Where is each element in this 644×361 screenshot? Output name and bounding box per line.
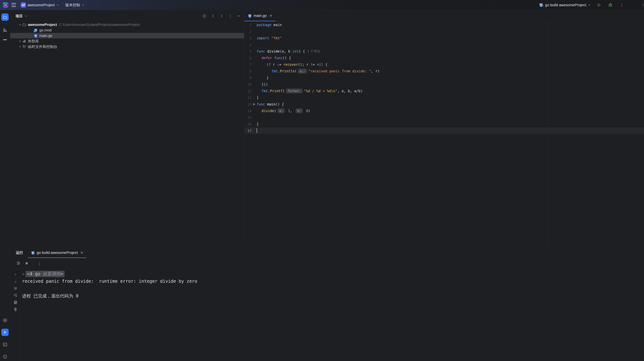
chevron-down-icon[interactable]	[18, 23, 22, 26]
line-number[interactable]: 14	[244, 109, 252, 113]
line-number[interactable]: 1	[244, 23, 252, 27]
project-panel-header: 项目 ⋮	[10, 10, 244, 22]
project-tool-button[interactable]	[1, 14, 9, 21]
line-number[interactable]: 16	[244, 122, 252, 126]
soft-wrap-icon[interactable]	[14, 286, 18, 290]
code-token: .	[268, 89, 270, 93]
code-line-15: 15	[244, 114, 644, 121]
code-token: () {	[282, 56, 291, 60]
code-token: 1	[286, 109, 290, 113]
code-line-14: 14divide(a: 1, b: 0)	[244, 108, 644, 114]
run-configuration-selector[interactable]: go build awesomeProject	[539, 3, 591, 7]
panel-options-icon[interactable]: ⋮	[228, 14, 232, 18]
rerun-icon[interactable]	[16, 261, 20, 266]
tool-window-stripe: •••	[0, 10, 10, 361]
fold-placeholder[interactable]: <4 go 设置调用>	[26, 271, 65, 277]
code-token: %d	[327, 89, 331, 93]
scroll-to-end-icon[interactable]	[14, 294, 18, 298]
line-number[interactable]: 4	[244, 43, 252, 47]
line-number[interactable]: 7	[244, 63, 252, 66]
prev-occurrence-icon[interactable]	[14, 273, 18, 277]
run-main-gutter-icon[interactable]	[252, 103, 256, 106]
line-number[interactable]: 17	[244, 129, 252, 133]
fold-expand-icon[interactable]: >	[22, 272, 24, 276]
code-token: , r)	[371, 69, 380, 73]
console-text: 进程 已完成，退出代码为 0	[22, 293, 78, 299]
code-text: package main	[256, 23, 282, 27]
code-token: import	[256, 36, 269, 40]
problems-tool-button[interactable]	[1, 353, 9, 360]
select-opened-file-icon[interactable]	[202, 14, 206, 18]
code-token: }()	[262, 82, 268, 86]
line-number[interactable]: 12	[244, 96, 252, 100]
commit-tool-button[interactable]	[1, 26, 9, 34]
project-tree-item-awesomeProject[interactable]: awesomeProjectC:\Users\meowr\GolandProje…	[10, 22, 244, 27]
debug-button[interactable]	[607, 2, 614, 8]
chevron-right-icon[interactable]	[18, 45, 22, 48]
more-actions-button[interactable]: ⋮	[619, 2, 625, 8]
console-text-line: received panic from divide: runtime erro…	[22, 278, 644, 285]
code-token: defer	[262, 56, 272, 60]
hide-panel-icon[interactable]	[237, 16, 240, 16]
stop-icon[interactable]	[25, 262, 28, 266]
editor-tab-bar: main.go ✕	[244, 10, 644, 22]
close-icon[interactable]: ✕	[269, 14, 272, 18]
run-tab-go-build[interactable]: go build awesomeProject ✕	[28, 248, 86, 258]
project-tree-item-main.go[interactable]: main.go	[10, 33, 244, 38]
go-file-icon	[248, 14, 252, 18]
project-panel: 项目 ⋮ awesomeProjectC:\Users\meowr\Goland…	[10, 10, 244, 247]
console-output[interactable]: ><4 go 设置调用>received panic from divide: …	[21, 269, 644, 361]
print-icon[interactable]	[14, 300, 18, 304]
more-tool-windows-button[interactable]: •••	[1, 36, 9, 43]
project-tree-item-[interactable]: 外部库	[10, 38, 244, 44]
project-tree-item-go.mod[interactable]: go.mod	[10, 27, 244, 33]
project-tree-item-[interactable]: 临时文件和控制台	[10, 44, 244, 50]
tree-item-path: C:\Users\meowr\GolandProjects\awesomePro…	[59, 22, 140, 27]
run-panel: 运行 go build awesomeProject ✕ ⋮	[10, 247, 644, 361]
code-token: recover	[284, 62, 298, 66]
run-panel-header: 运行 go build awesomeProject ✕	[10, 248, 644, 258]
expand-all-icon[interactable]	[211, 14, 215, 18]
line-number[interactable]: 9	[244, 76, 252, 80]
clear-console-icon[interactable]	[14, 307, 18, 312]
run-more-options-icon[interactable]: ⋮	[38, 262, 41, 266]
close-icon[interactable]: ✕	[80, 250, 83, 255]
code-token: }	[256, 96, 259, 100]
profile-icon[interactable]	[642, 2, 644, 8]
next-occurrence-icon[interactable]	[14, 280, 18, 284]
run-tab-label: go build awesomeProject	[37, 250, 78, 255]
gopher-mod-icon	[34, 28, 39, 32]
scratch-icon	[22, 45, 28, 49]
code-text: if r := recover(); r != nil {	[256, 62, 328, 66]
chevron-right-icon[interactable]	[18, 40, 22, 42]
line-number[interactable]: 15	[244, 116, 252, 120]
line-number[interactable]: 8	[244, 69, 252, 73]
collapse-all-icon[interactable]	[220, 14, 224, 18]
code-token: (a, b	[280, 49, 292, 53]
run-button[interactable]	[596, 2, 602, 8]
line-number[interactable]: 13	[244, 102, 252, 106]
line-number[interactable]: 5	[244, 50, 252, 53]
run-tool-button[interactable]	[1, 329, 9, 336]
main-menu-icon[interactable]	[12, 3, 16, 6]
terminal-tool-button[interactable]	[1, 341, 9, 348]
line-number[interactable]: 11	[244, 89, 252, 93]
line-number[interactable]: 6	[244, 56, 252, 60]
editor-tab-main-go[interactable]: main.go ✕	[244, 10, 276, 21]
line-number[interactable]: 10	[244, 82, 252, 86]
chevron-down-icon[interactable]	[24, 15, 27, 18]
main-toolbar: GO AP awesomeProject 版本控制	[0, 0, 644, 10]
line-number[interactable]: 2	[244, 30, 252, 34]
code-line-8: 8fmt.Println(a…:"received panic from div…	[244, 68, 644, 74]
code-token: fmt	[272, 69, 278, 73]
code-token: main	[271, 23, 282, 27]
vcs-widget[interactable]: 版本控制	[64, 2, 86, 9]
chevron-down-icon	[56, 4, 59, 6]
tree-item-label: 外部库	[28, 39, 39, 44]
line-number[interactable]: 3	[244, 36, 252, 40]
code-editor[interactable]: 1package main23import "fmt"45func divide…	[244, 22, 644, 247]
project-widget[interactable]: AP awesomeProject	[19, 1, 60, 9]
gopher-run-icon	[539, 3, 543, 7]
code-token: int	[292, 49, 299, 53]
services-tool-button[interactable]	[1, 316, 9, 324]
